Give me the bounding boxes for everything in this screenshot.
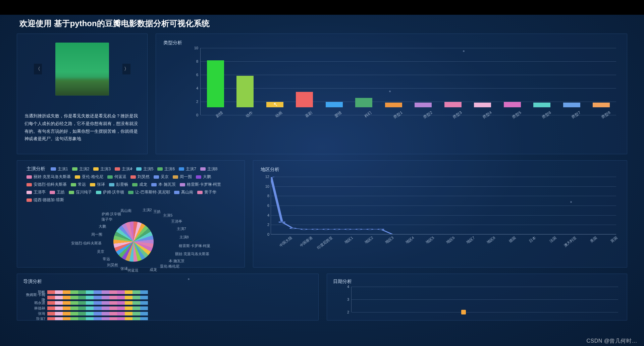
pie-label: 安德烈·伯科夫斯基: [71, 241, 102, 246]
legend-item[interactable]: 本·施瓦茨: [151, 182, 175, 187]
bar-column: 类型3: [438, 102, 468, 115]
date-analysis-chart[interactable]: 234: [333, 287, 621, 317]
x-label: 类型1: [392, 110, 404, 120]
legend-label: 大鹏: [203, 174, 211, 180]
data-point[interactable]: [461, 310, 466, 314]
legend-item[interactable]: 缇西·德德加·琼斯: [26, 197, 64, 203]
ytick: 0: [190, 113, 198, 117]
director-bar[interactable]: [47, 296, 148, 299]
bar[interactable]: [385, 103, 402, 107]
carousel-prev-icon[interactable]: 〈: [34, 64, 42, 74]
director-row: 韩永波: [23, 300, 312, 305]
director-analysis-chart[interactable]: 郭帆詹姆斯·卡梅隆韩永波林德禄张琦导演7导演8: [23, 289, 312, 321]
legend-swatch-icon: [90, 183, 95, 186]
legend-item[interactable]: 成龙: [132, 182, 147, 187]
bar[interactable]: [355, 98, 372, 107]
watermark: CSDN @曾几何时…: [586, 338, 637, 345]
ytick: 4: [190, 86, 198, 90]
legend-label: 常远: [78, 182, 86, 187]
bar[interactable]: [326, 102, 343, 107]
legend-item[interactable]: 大鹏: [196, 174, 211, 180]
pie-label: 成龙: [150, 267, 157, 272]
director-bar[interactable]: [47, 317, 148, 321]
quote-carousel: 〈 〉: [23, 43, 141, 96]
svg-point-10: [378, 229, 383, 230]
bar[interactable]: [533, 103, 550, 107]
legend-item[interactable]: 窪川纯子: [69, 189, 92, 195]
legend-item[interactable]: 让-巴蒂斯特·莫尼耶: [128, 189, 170, 195]
director-bar[interactable]: [47, 301, 148, 305]
carousel-next-icon[interactable]: 〉: [122, 64, 130, 74]
director-name: 林德禄: [23, 306, 47, 311]
bar[interactable]: [415, 103, 432, 107]
director-row: 张琦: [23, 311, 312, 316]
ytick: 10: [190, 46, 198, 50]
legend-label: 主演8: [207, 166, 218, 172]
bar[interactable]: [207, 60, 224, 107]
svg-point-3: [301, 229, 307, 230]
pie-label: 蒲子华: [101, 217, 112, 222]
legend-item[interactable]: 王清亭: [26, 189, 46, 195]
legend-item[interactable]: 何蓝逗: [107, 174, 126, 180]
legend-swatch-icon: [200, 167, 206, 171]
legend-item[interactable]: 主演1: [51, 166, 68, 172]
legend-label: 缇西·德德加·琼斯: [34, 197, 64, 203]
bar[interactable]: [444, 102, 462, 107]
legend-label: 主演2: [79, 166, 90, 172]
legend-item[interactable]: 主演8: [200, 166, 218, 172]
legend-item[interactable]: 彭昱畅: [109, 182, 128, 187]
legend-label: 主演6: [164, 166, 175, 172]
x-label: 喜剧: [304, 110, 313, 119]
legend-swatch-icon: [174, 191, 179, 194]
x-label: 剧情: [215, 110, 224, 119]
bar[interactable]: [593, 103, 610, 107]
legend-item[interactable]: 亚伦·格伦尼: [75, 174, 103, 180]
ytick: 3: [342, 297, 349, 301]
legend-label: 何蓝逗: [114, 174, 126, 180]
legend-item[interactable]: 王皓: [50, 189, 65, 195]
director-bar[interactable]: [47, 306, 148, 310]
legend-item[interactable]: 萨姆·沃辛顿: [96, 189, 124, 195]
ytick: 2: [263, 223, 269, 227]
legend-item[interactable]: 周一围: [173, 174, 192, 180]
carousel-image[interactable]: [55, 43, 109, 96]
legend-item[interactable]: 黄子华: [197, 189, 216, 195]
region-analysis-chart[interactable]: 024681012 中国大陆中国香港印度尼西亚地区1地区2地区3地区4地区5地区…: [261, 177, 620, 250]
bar-column: 类型6: [527, 103, 557, 115]
legend-item[interactable]: 主演7: [179, 166, 196, 172]
pie-label: 主演2: [143, 208, 152, 213]
legend-item[interactable]: 主演4: [115, 166, 132, 172]
bar[interactable]: [266, 102, 283, 107]
svg-point-8: [356, 229, 362, 230]
legend-swatch-icon: [71, 183, 76, 186]
legend-item[interactable]: 主演3: [93, 166, 111, 172]
legend-item[interactable]: 丽娃·克里马洛夫斯基: [26, 174, 71, 180]
bar[interactable]: [504, 102, 521, 107]
legend-item[interactable]: 主演6: [157, 166, 175, 172]
pie-label: 丽娃·克里马洛夫斯基: [175, 251, 209, 256]
legend-item[interactable]: 刘昊然: [130, 174, 150, 180]
legend-label: 主演5: [143, 166, 154, 172]
legend-item[interactable]: 格雷斯·卡罗琳·柯里: [180, 182, 221, 187]
director-bar[interactable]: [47, 290, 148, 294]
quote-text: 当遇到挫折或失败，你是看见失败还是看见机会？挫折是我们每个人成长的必经之路，它不…: [23, 112, 141, 143]
director-name: 导演7: [23, 316, 47, 321]
actor-analysis-chart[interactable]: 萨姆·沃辛顿高山南主演2王皓主演5王清亭主演7主演8格雷斯·卡罗琳·柯里丽娃·克…: [26, 205, 240, 272]
legend-item[interactable]: 张译: [90, 182, 105, 187]
pie-label: 王清亭: [171, 219, 182, 224]
bar[interactable]: [236, 76, 254, 107]
legend-item[interactable]: 主演5: [136, 166, 154, 172]
legend-item[interactable]: 吴京: [154, 174, 169, 180]
bar[interactable]: [563, 103, 580, 107]
bar[interactable]: [296, 92, 313, 107]
legend-item[interactable]: 主演2: [72, 166, 90, 172]
legend-item[interactable]: 安德烈·伯科夫斯基: [26, 182, 67, 187]
legend-item[interactable]: 高山南: [174, 189, 193, 195]
legend-label: 窪川纯子: [76, 189, 92, 195]
legend-swatch-icon: [26, 183, 32, 186]
director-bar[interactable]: [47, 312, 148, 315]
bar[interactable]: [474, 103, 491, 107]
legend-item[interactable]: 常远: [71, 182, 86, 187]
type-analysis-chart[interactable]: 剧情动作动画喜剧爱情科幻类型1类型2类型3类型4类型5类型6类型7类型8 024…: [163, 48, 620, 135]
legend-label: 萨姆·沃辛顿: [103, 189, 124, 195]
